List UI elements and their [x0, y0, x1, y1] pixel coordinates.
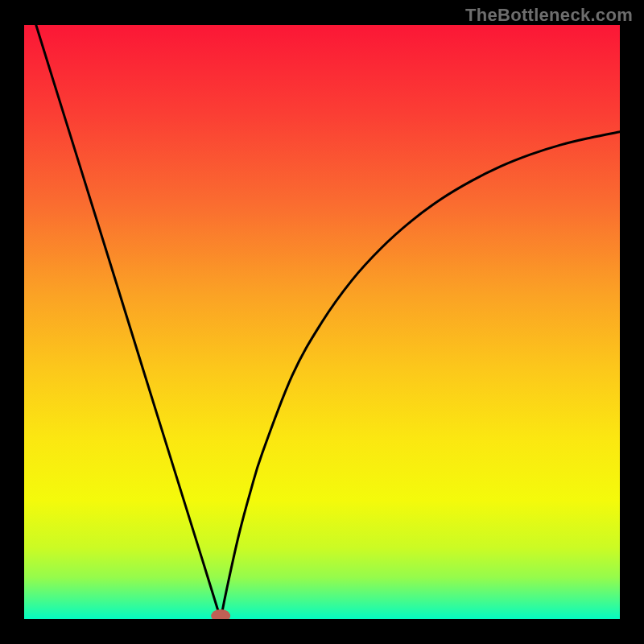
- plot-area: [24, 25, 620, 619]
- chart-frame: TheBottleneck.com: [0, 0, 644, 644]
- watermark-text: TheBottleneck.com: [465, 5, 633, 26]
- bottleneck-chart: [24, 25, 620, 619]
